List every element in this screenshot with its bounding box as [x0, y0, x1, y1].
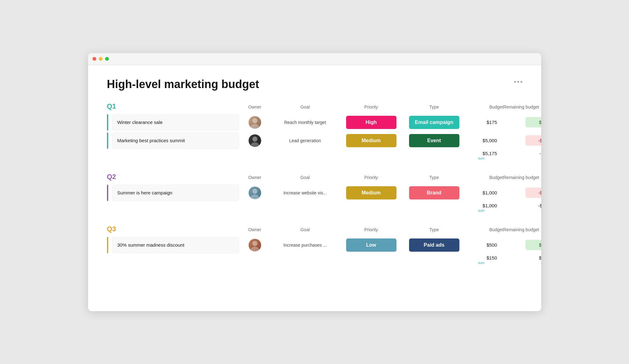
maximize-dot[interactable]: [105, 57, 109, 61]
q2-label: Q2: [107, 173, 239, 182]
more-dot-2: [517, 81, 519, 83]
remaining-value: -$550: [525, 188, 541, 198]
minimize-dot[interactable]: [99, 57, 103, 61]
left-border: [107, 132, 108, 149]
priority-cell: Medium: [340, 186, 403, 199]
svg-point-6: [252, 241, 257, 246]
table-row: Marketing best practices summit Lead gen…: [107, 132, 522, 149]
budget-cell: $1,000: [466, 190, 503, 195]
campaign-name[interactable]: Marketing best practices summit: [112, 132, 239, 149]
sum-budget-label: sum: [466, 209, 497, 212]
sum-remaining-label: sum: [525, 261, 541, 265]
sum-budget-amount: $1,000: [483, 203, 497, 208]
sum-remaining: $150 sum: [503, 255, 541, 265]
campaign-cell: Winter clearance sale: [107, 114, 239, 131]
budget-cell: $500: [466, 242, 503, 248]
goal-cell: Increase website vis...: [271, 190, 340, 195]
table-row: Summer is here campaign Increase website…: [107, 185, 522, 201]
budget-cell: $175: [466, 120, 503, 125]
sum-remaining-inner: $150 sum: [525, 255, 541, 265]
left-border: [107, 185, 108, 201]
col-budget: Budget: [466, 104, 503, 109]
sum-budget: $5,175 sum: [466, 151, 503, 160]
remaining-cell: -$550: [503, 188, 541, 198]
col-owner: Owner: [239, 175, 271, 180]
q2-sum-row: $1,000 sum -$550 sum: [107, 203, 522, 212]
svg-point-7: [251, 247, 259, 251]
avatar: [249, 239, 261, 251]
type-badge: Event: [409, 134, 459, 147]
col-budget: Budget: [466, 175, 503, 180]
goal-cell: Increase purchases ...: [271, 243, 340, 248]
sections-container: Q1 Owner Goal Priority Type Budget Remai…: [107, 102, 522, 265]
q3-sum-row: $150 sum $150 sum: [107, 255, 522, 265]
more-dot-1: [514, 81, 516, 83]
svg-point-0: [252, 118, 257, 123]
col-remaining: Remaining budget +: [503, 174, 541, 181]
type-badge: Paid ads: [409, 238, 459, 252]
priority-badge: High: [346, 116, 396, 129]
svg-point-2: [252, 137, 257, 142]
sum-remaining-inner: -$550 sum: [525, 203, 541, 212]
svg-point-5: [251, 194, 259, 199]
more-dot-3: [520, 81, 522, 83]
remaining-value: $150: [525, 240, 541, 250]
type-cell: Paid ads: [403, 238, 466, 252]
campaign-name[interactable]: Summer is here campaign: [112, 185, 239, 201]
remaining-cell: $121: [503, 117, 541, 127]
campaign-name[interactable]: Winter clearance sale: [112, 114, 239, 131]
col-owner: Owner: [239, 227, 271, 232]
sum-remaining-inner: -$79 sum: [525, 151, 541, 160]
section-q2: Q2 Owner Goal Priority Type Budget Remai…: [107, 173, 522, 212]
sum-remaining-value: $150: [539, 255, 541, 260]
sum-remaining-value: -$550: [538, 203, 541, 208]
page-header: High-level marketing budget: [107, 78, 522, 91]
col-owner: Owner: [239, 104, 271, 109]
priority-cell: Low: [340, 238, 403, 252]
q1-header-row: Q1 Owner Goal Priority Type Budget Remai…: [107, 102, 522, 112]
priority-cell: Medium: [340, 134, 403, 147]
section-q3: Q3 Owner Goal Priority Type Budget Remai…: [107, 225, 522, 265]
more-menu-button[interactable]: [514, 81, 522, 83]
col-priority: Priority: [340, 227, 403, 232]
sum-remaining: -$550 sum: [503, 203, 541, 212]
type-cell: Event: [403, 134, 466, 147]
avatar: [249, 116, 261, 129]
type-badge: Email campaign: [409, 116, 459, 129]
close-dot[interactable]: [93, 57, 96, 61]
col-goal: Goal: [271, 175, 340, 180]
sum-budget-amount: $5,175: [483, 151, 497, 156]
owner-cell: [239, 239, 271, 251]
campaign-name[interactable]: 30% summer madness discount: [112, 237, 239, 253]
goal-cell: Reach monthly target: [271, 120, 340, 125]
sum-remaining-label: sum: [525, 156, 541, 160]
col-goal: Goal: [271, 104, 340, 109]
page-title: High-level marketing budget: [107, 78, 259, 91]
col-remaining: Remaining budget +: [503, 226, 541, 233]
svg-point-4: [252, 189, 257, 194]
main-content: High-level marketing budget Q1 Owner Goa…: [88, 65, 541, 290]
priority-cell: High: [340, 116, 403, 129]
app-window: High-level marketing budget Q1 Owner Goa…: [88, 53, 541, 311]
priority-badge: Medium: [346, 186, 396, 199]
remaining-value: -$200: [525, 135, 541, 146]
left-border: [107, 237, 108, 253]
remaining-value: $121: [525, 117, 541, 127]
sum-remaining-value: -$79: [539, 151, 541, 156]
type-cell: Brand: [403, 186, 466, 199]
sum-remaining-label: sum: [525, 209, 541, 212]
avatar: [249, 134, 261, 147]
q2-header-row: Q2 Owner Goal Priority Type Budget Remai…: [107, 173, 522, 182]
titlebar: [88, 53, 541, 65]
col-type: Type: [403, 104, 466, 109]
owner-cell: [239, 116, 271, 129]
q1-label: Q1: [107, 102, 239, 112]
table-row: 30% summer madness discount Increase pur…: [107, 237, 522, 253]
col-budget: Budget: [466, 227, 503, 232]
table-row: Winter clearance sale Reach monthly targ…: [107, 114, 522, 131]
owner-cell: [239, 187, 271, 199]
q1-sum-row: $5,175 sum -$79 sum: [107, 151, 522, 160]
campaign-cell: Summer is here campaign: [107, 185, 239, 201]
section-q1: Q1 Owner Goal Priority Type Budget Remai…: [107, 102, 522, 160]
priority-badge: Low: [346, 238, 396, 252]
